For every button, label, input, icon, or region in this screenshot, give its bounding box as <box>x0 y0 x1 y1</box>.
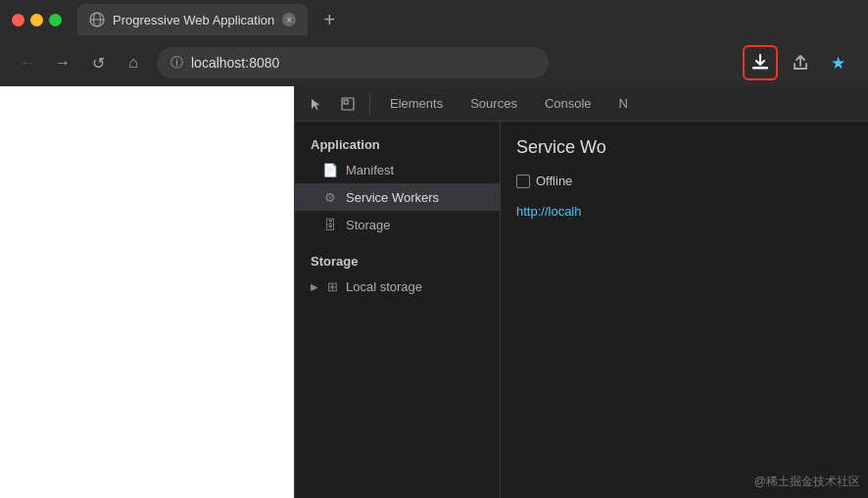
sidebar-item-sw-label: Service Workers <box>346 190 439 205</box>
local-storage-arrow-icon: ▶ <box>311 281 318 292</box>
back-button[interactable]: ← <box>16 51 39 75</box>
sidebar-item-manifest-label: Manifest <box>346 163 394 177</box>
svg-rect-3 <box>752 67 768 70</box>
address-text: localhost:8080 <box>191 55 279 71</box>
browser-content <box>0 86 294 498</box>
sidebar-item-manifest[interactable]: 📄 Manifest <box>295 156 500 183</box>
maximize-traffic-light[interactable] <box>49 14 62 26</box>
share-button[interactable] <box>786 48 815 77</box>
main-content-header: Service Wo <box>516 137 852 158</box>
address-input[interactable]: ⓘ localhost:8080 <box>157 47 549 78</box>
tab-console[interactable]: Console <box>533 86 603 122</box>
home-button[interactable]: ⌂ <box>121 51 145 75</box>
main-area: Elements Sources Console N Application <box>0 86 868 498</box>
install-pwa-button[interactable] <box>743 45 778 80</box>
browser-chrome: Progressive Web Application × + ← → ↺ ⌂ <box>0 0 868 86</box>
browser-window: Progressive Web Application × + ← → ↺ ⌂ <box>0 0 868 498</box>
cursor-tool-button[interactable] <box>303 90 330 118</box>
sidebar-item-storage-label: Storage <box>346 218 391 232</box>
offline-checkbox[interactable] <box>516 174 530 188</box>
toolbar-buttons: ★ <box>743 45 852 80</box>
sw-options-row: Offline <box>516 174 852 188</box>
sidebar-item-service-workers[interactable]: ⚙ Service Workers <box>295 183 500 211</box>
tab-title: Progressive Web Application <box>113 13 274 27</box>
devtools-toolbar: Elements Sources Console N <box>295 86 868 122</box>
offline-checkbox-item: Offline <box>516 174 572 188</box>
sw-url: http://localh <box>516 204 852 219</box>
address-bar: ← → ↺ ⌂ ⓘ localhost:8080 <box>0 39 868 86</box>
tab-more[interactable]: N <box>607 86 640 122</box>
svg-rect-5 <box>344 100 348 104</box>
watermark: @稀土掘金技术社区 <box>754 473 860 490</box>
tab-globe-icon <box>89 12 105 27</box>
new-tab-button[interactable]: + <box>315 6 343 33</box>
inspect-icon <box>341 97 355 111</box>
tab-sources[interactable]: Sources <box>458 86 529 122</box>
manifest-icon: 📄 <box>322 162 338 177</box>
storage-section-label: Storage <box>295 246 500 273</box>
share-icon <box>792 54 809 72</box>
cursor-icon <box>310 97 323 111</box>
minimize-traffic-light[interactable] <box>30 14 43 26</box>
devtools-body: Application 📄 Manifest ⚙ Service Workers… <box>295 122 868 498</box>
toolbar-separator <box>369 94 370 114</box>
offline-label: Offline <box>536 174 572 188</box>
sidebar-item-local-storage[interactable]: ▶ ⊞ Local storage <box>295 273 500 300</box>
tab-elements[interactable]: Elements <box>378 86 455 122</box>
tab-close-button[interactable]: × <box>282 13 296 26</box>
devtools-main-content: Service Wo Offline http://localh <box>501 122 868 498</box>
forward-button[interactable]: → <box>51 51 74 75</box>
devtools-panel: Elements Sources Console N Application <box>294 86 868 498</box>
bookmark-button[interactable]: ★ <box>823 48 852 77</box>
install-icon <box>750 53 770 73</box>
storage-icon: 🗄 <box>322 217 338 232</box>
sidebar-item-local-storage-label: Local storage <box>346 279 422 294</box>
sidebar-item-storage[interactable]: 🗄 Storage <box>295 211 500 238</box>
info-icon: ⓘ <box>170 54 183 72</box>
active-tab[interactable]: Progressive Web Application × <box>77 4 308 35</box>
local-storage-grid-icon: ⊞ <box>324 278 340 294</box>
traffic-lights <box>12 14 62 26</box>
close-traffic-light[interactable] <box>12 14 24 26</box>
application-section-label: Application <box>295 129 500 156</box>
inspect-tool-button[interactable] <box>334 90 362 118</box>
service-workers-icon: ⚙ <box>322 189 338 205</box>
devtools-sidebar: Application 📄 Manifest ⚙ Service Workers… <box>295 122 501 498</box>
refresh-button[interactable]: ↺ <box>86 51 110 75</box>
tab-bar: Progressive Web Application × + <box>0 0 868 39</box>
